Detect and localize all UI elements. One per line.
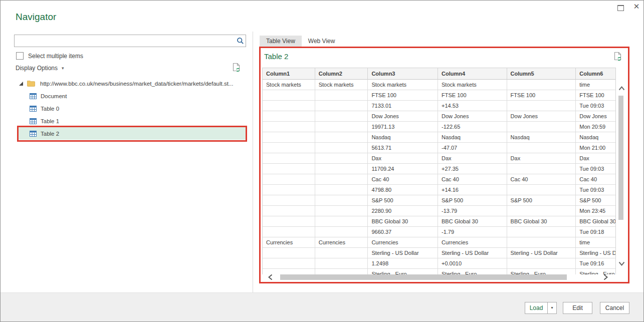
table-cell: Stock markets xyxy=(263,80,315,90)
table-icon xyxy=(30,131,37,137)
table-row: 5613.71-47.07Mon 21:00 xyxy=(263,143,615,153)
refresh-preview-icon[interactable] xyxy=(233,63,241,73)
table-cell xyxy=(315,143,368,153)
load-dropdown-arrow[interactable]: ▾ xyxy=(547,302,557,314)
table-row: 19971.13-122.65Mon 20:59 xyxy=(263,122,615,132)
table-cell xyxy=(507,227,576,237)
select-multiple-label: Select multiple items xyxy=(28,53,83,60)
table-cell xyxy=(315,174,368,185)
tree-item-table-1[interactable]: Table 1 xyxy=(18,115,246,127)
tree-root-label: http://www.bbc.co.uk/news/business/marke… xyxy=(40,81,233,87)
table-cell: Sterling - US Dollar xyxy=(438,248,507,258)
table-row: CurrenciesCurrenciesCurrenciesCurrencies… xyxy=(263,237,615,248)
select-multiple-row[interactable]: Select multiple items xyxy=(16,52,83,60)
table-cell: 19971.13 xyxy=(368,122,438,132)
table-cell: Sterling - US Dollar xyxy=(368,248,438,258)
display-options-dropdown[interactable]: Display Options ▾ xyxy=(16,65,64,72)
table-cell xyxy=(507,185,576,195)
table-row: 11709.24+27.35Tue 09:03 xyxy=(263,164,615,174)
search-input[interactable] xyxy=(15,35,235,47)
table-cell xyxy=(315,90,368,101)
table-row: Dow JonesDow JonesDow JonesDow Jones xyxy=(263,111,615,122)
table-cell: time xyxy=(576,237,615,248)
table-cell: Tue 09:03 xyxy=(576,101,615,111)
table-cell: FTSE 100 xyxy=(576,90,615,101)
table-cell xyxy=(263,101,315,111)
table-cell: Tue 09:16 xyxy=(576,258,615,269)
table-cell xyxy=(263,143,315,153)
table-cell: Currencies xyxy=(263,237,315,248)
table-cell: Currencies xyxy=(438,237,507,248)
table-cell: +27.35 xyxy=(438,164,507,174)
table-cell: -1.79 xyxy=(438,227,507,237)
table-cell: time xyxy=(576,80,615,90)
table-row: 7133.01+14.53Tue 09:03 xyxy=(263,101,615,111)
table-cell: S&P 500 xyxy=(368,195,438,206)
table-cell xyxy=(315,248,368,258)
tab-table-view[interactable]: Table View xyxy=(260,36,302,47)
table-cell: Cac 40 xyxy=(368,174,438,185)
search-icon[interactable] xyxy=(235,37,246,46)
table-cell xyxy=(315,258,368,269)
preview-table-body: Stock marketsStock marketsStock marketsS… xyxy=(263,80,615,274)
table-icon xyxy=(30,106,37,112)
tree-children: DocumentTable 0Table 1Table 2 xyxy=(18,90,246,140)
table-row: Stock marketsStock marketsStock marketsS… xyxy=(263,80,615,90)
table-cell: Sterling - US Dollar xyxy=(507,248,576,258)
table-cell: Stock markets xyxy=(315,80,368,90)
table-row: 1.2498+0.0010Tue 09:16 xyxy=(263,258,615,269)
preview-table-header: Column1Column2Column3Column4Column5Colum… xyxy=(263,68,615,80)
table-cell: +0.0010 xyxy=(438,258,507,269)
select-multiple-checkbox[interactable] xyxy=(16,52,24,60)
tree-root-url[interactable]: http://www.bbc.co.uk/news/business/marke… xyxy=(18,77,246,90)
table-icon xyxy=(30,93,37,99)
load-button[interactable]: Load xyxy=(525,302,548,314)
cancel-button[interactable]: Cancel xyxy=(600,302,629,314)
tab-web-view[interactable]: Web View xyxy=(302,36,342,47)
table-cell: Mon 21:00 xyxy=(576,143,615,153)
scroll-left-icon[interactable] xyxy=(268,273,273,282)
close-icon[interactable]: ✕ xyxy=(631,2,641,12)
table-cell: Nasdaq xyxy=(507,132,576,143)
tree-item-document[interactable]: Document xyxy=(18,90,246,102)
table-cell xyxy=(263,111,315,122)
vertical-scroll-thumb[interactable] xyxy=(618,96,623,220)
tree-item-table-2[interactable]: Table 2 xyxy=(18,127,246,140)
scroll-up-icon[interactable] xyxy=(618,84,625,93)
table-cell: Tue 09:18 xyxy=(576,227,615,237)
table-cell xyxy=(315,195,368,206)
scroll-down-icon[interactable] xyxy=(618,259,625,268)
table-cell: Nasdaq xyxy=(368,132,438,143)
search-box[interactable] xyxy=(14,35,246,47)
table-cell: -122.65 xyxy=(438,122,507,132)
column-header: Column1 xyxy=(263,68,315,80)
edit-button[interactable]: Edit xyxy=(563,302,592,314)
tree-item-table-0[interactable]: Table 0 xyxy=(18,102,246,115)
table-cell: Dax xyxy=(507,153,576,164)
table-cell: 9660.37 xyxy=(368,227,438,237)
expander-icon[interactable] xyxy=(19,81,23,86)
view-tabs: Table View Web View xyxy=(260,36,341,47)
maximize-icon[interactable] xyxy=(616,4,625,12)
horizontal-scrollbar[interactable] xyxy=(266,273,613,281)
table-row: NasdaqNasdaqNasdaqNasdaq xyxy=(263,132,615,143)
table-cell: 1.2498 xyxy=(368,258,438,269)
horizontal-scroll-thumb[interactable] xyxy=(280,274,567,280)
tree-item-label: Document xyxy=(41,93,67,99)
table-row: 9660.37-1.79Tue 09:18 xyxy=(263,227,615,237)
scroll-right-icon[interactable] xyxy=(603,273,608,282)
column-header: Column3 xyxy=(368,68,438,80)
table-cell: 5613.71 xyxy=(368,143,438,153)
tree-item-label: Table 0 xyxy=(41,106,59,112)
table-cell xyxy=(507,101,576,111)
table-cell: Stock markets xyxy=(438,80,507,90)
table-cell: FTSE 100 xyxy=(368,90,438,101)
table-cell xyxy=(507,143,576,153)
tree-item-label: Table 1 xyxy=(41,118,59,124)
refresh-preview-icon[interactable] xyxy=(614,52,622,62)
table-cell: -13.79 xyxy=(438,206,507,216)
table-cell xyxy=(315,101,368,111)
table-cell: BBC Global 30 xyxy=(438,216,507,227)
table-cell xyxy=(263,206,315,216)
table-cell xyxy=(263,258,315,269)
